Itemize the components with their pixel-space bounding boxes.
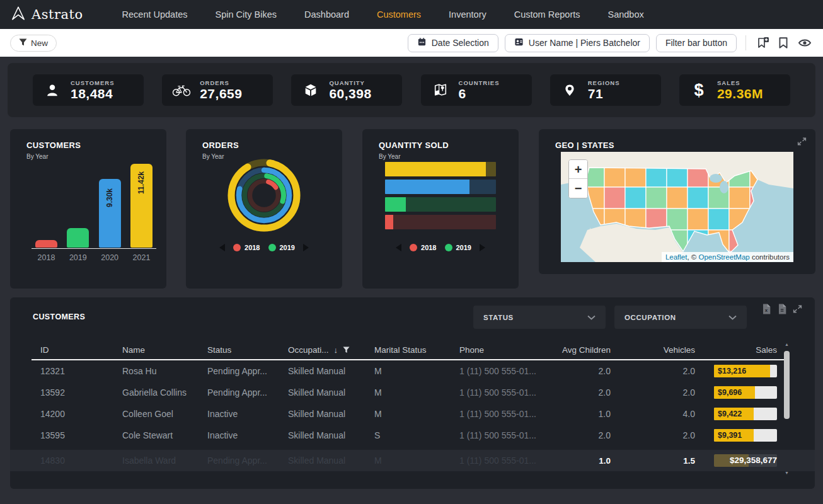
scrollbar-thumb[interactable] [784,351,790,419]
main-nav: Recent Updates Spin City Bikes Dashboard… [108,0,658,29]
legend-prev-arrow[interactable] [219,244,225,251]
col-header-phone[interactable]: Phone [459,345,554,355]
nav-item-spin-city-bikes[interactable]: Spin City Bikes [202,0,291,29]
nav-item-custom-reports[interactable]: Custom Reports [500,0,594,29]
sales-bar: $9,696 [714,386,777,399]
orders-chart-panel: ORDERS By Year 2018 2019 [186,129,342,289]
bar-2021: 11.42k [130,164,153,248]
top-nav: Astrato Recent Updates Spin City Bikes D… [0,0,823,29]
table-row[interactable]: 13595Cole StewartInactiveSkilled ManualS… [10,425,815,446]
nav-item-sandbox[interactable]: Sandbox [594,0,658,29]
date-selection-button[interactable]: Date Selection [408,34,498,52]
zoom-out-button[interactable]: − [569,179,587,198]
col-header-name[interactable]: Name [122,345,207,355]
occupation-filter-dropdown[interactable]: OCCUPATION [614,306,747,329]
table-row[interactable]: 14200Colleen GoelInactiveSkilled ManualM… [10,403,815,425]
chart-title: GEO | STATES [555,140,614,150]
zoom-in-button[interactable]: + [569,160,587,179]
col-header-marital-status[interactable]: Marital Status [374,345,459,355]
brand[interactable]: Astrato [10,5,83,24]
sales-bar: $13,216 [714,365,777,377]
status-filter-dropdown[interactable]: STATUS [473,306,606,329]
total-vehicles: 1.5 [611,456,695,466]
kpi-orders: ORDERS27,659 [162,74,273,106]
legend-item-2018[interactable]: 2018 [410,244,436,251]
user-icon [43,83,62,98]
column-filter-icon[interactable] [343,346,350,353]
chart-title: CUSTOMERS [26,140,81,150]
sales-bar: $9,422 [714,408,777,420]
brand-name: Astrato [32,7,83,22]
osm-link[interactable]: OpenStreetMap [699,253,750,261]
scroll-up-arrow[interactable]: ▲ [784,342,790,346]
nav-item-customers[interactable]: Customers [363,0,435,29]
eye-icon[interactable] [797,36,813,50]
kpi-panel: CUSTOMERS18,484 ORDERS27,659 QUANTITY60,… [8,63,815,117]
x-axis-ticks: 2018 2019 2020 2021 [35,253,153,262]
nav-item-recent-updates[interactable]: Recent Updates [108,0,202,29]
legend-item-2019[interactable]: 2019 [445,244,471,251]
hbar-2020 [385,180,496,194]
total-sales-value: $29,358,677 [730,454,777,467]
quantity-chart-panel: QUANTITY SOLD By Year 2018 2019 [362,129,519,289]
table-totals-row: 14830 Isabella Ward Pending Appr... Skil… [10,450,815,471]
legend-item-2019[interactable]: 2019 [268,244,295,251]
geo-states-panel: GEO | STATES [539,129,815,274]
table-scrollbar: ▲ ▼ [784,345,790,474]
hbar-chart[interactable] [385,162,496,232]
filter-bar-button[interactable]: Filter bar button [656,34,737,52]
table-header-row: ID Name Status Occupati... ↓ Marital Sta… [10,340,815,359]
sales-bar: $9,391 [714,429,777,442]
leaflet-link[interactable]: Leaflet [665,253,688,261]
scroll-down-arrow[interactable]: ▼ [784,471,790,475]
chart-subtitle: By Year [379,153,400,160]
astrato-logo-icon [10,5,26,24]
kpi-quantity: QUANTITY60,398 [291,74,402,106]
export-excel-icon[interactable]: x [761,304,771,314]
col-header-id[interactable]: ID [40,345,122,355]
export-doc-icon[interactable] [777,304,786,314]
chart-title: ORDERS [202,140,239,150]
legend-prev-arrow[interactable] [396,244,401,251]
sort-desc-icon[interactable]: ↓ [334,345,338,355]
customers-chart-panel: CUSTOMERS By Year 9.30k 11.42k 2018 2019… [10,129,166,289]
table-body: 12321Rosa HuPending Appr...Skilled Manua… [10,360,815,446]
expand-icon[interactable] [793,304,802,314]
calendar-icon [417,37,427,49]
donut-rings-chart[interactable] [223,154,305,236]
bookmark-add-icon[interactable] [755,35,770,50]
user-name-button[interactable]: User Name | Piers Batchelor [505,34,650,52]
col-header-status[interactable]: Status [207,345,288,355]
filter-funnel-icon [19,38,27,48]
dashboard-main: CUSTOMERS18,484 ORDERS27,659 QUANTITY60,… [0,57,823,504]
legend-next-arrow[interactable] [303,244,309,251]
customers-table-panel: CUSTOMERS STATUS OCCUPATION x [10,297,815,489]
chart-title: QUANTITY SOLD [379,140,449,150]
table-title: CUSTOMERS [33,312,85,321]
expand-icon[interactable] [797,137,807,148]
leaflet-map[interactable]: + − Leaflet, © OpenStreetMap contributor… [561,152,793,262]
col-header-occupation[interactable]: Occupati... ↓ [288,345,374,355]
dollar-icon: $ [689,81,708,100]
col-header-avg-children[interactable]: Avg Children [554,345,611,355]
table-row[interactable]: 13592Gabriella CollinsPending Appr...Ski… [10,382,815,403]
kpi-regions: REGIONS71 [550,74,661,106]
bar-chart[interactable]: 9.30k 11.42k [35,159,153,248]
total-avg-children: 1.0 [554,456,611,466]
bookmark-icon[interactable] [776,35,790,50]
legend-next-arrow[interactable] [480,244,485,251]
svg-text:x: x [765,307,768,313]
bicycle-icon [172,83,191,97]
col-header-vehicles[interactable]: Vehicles [611,345,695,355]
legend-item-2018[interactable]: 2018 [233,244,260,251]
new-filter-button[interactable]: New [10,35,57,52]
toolbar-right: Date Selection User Name | Piers Batchel… [408,34,813,52]
map-icon [431,83,450,98]
hbar-2019 [385,197,496,212]
nav-item-inventory[interactable]: Inventory [435,0,500,29]
total-sales-bar: $29,358,677 [714,454,777,467]
nav-item-dashboard[interactable]: Dashboard [291,0,363,29]
x-axis-line [32,248,156,249]
col-header-sales[interactable]: Sales [695,345,777,355]
table-row[interactable]: 12321Rosa HuPending Appr...Skilled Manua… [10,360,815,382]
